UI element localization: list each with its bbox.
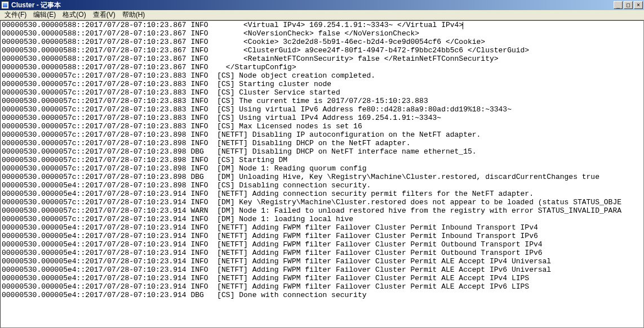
log-line: 00000530.0000057c::2017/07/28-07:10:23.8… <box>2 122 642 131</box>
log-line: 00000530.00000588::2017/07/28-07:10:23.8… <box>2 38 642 46</box>
log-line: 00000530.000005e4::2017/07/28-07:10:23.9… <box>2 240 642 249</box>
log-line: 00000530.00000588::2017/07/28-07:10:23.8… <box>2 29 642 38</box>
close-button[interactable]: × <box>634 1 643 9</box>
minimize-button[interactable]: _ <box>614 1 623 9</box>
log-line: 00000530.0000057c::2017/07/28-07:10:23.8… <box>2 71 642 80</box>
menu-format[interactable]: 格式(O) <box>59 10 89 20</box>
maximize-button[interactable]: □ <box>624 1 633 9</box>
log-line: 00000530.0000057c::2017/07/28-07:10:23.8… <box>2 164 642 173</box>
log-line: 00000530.0000057c::2017/07/28-07:10:23.8… <box>2 105 642 114</box>
log-line: 00000530.00000588::2017/07/28-07:10:23.8… <box>2 21 642 29</box>
log-line: 00000530.0000057c::2017/07/28-07:10:23.8… <box>2 139 642 147</box>
log-line: 00000530.0000057c::2017/07/28-07:10:23.8… <box>2 114 642 122</box>
log-line: 00000530.000005e4::2017/07/28-07:10:23.9… <box>2 266 642 274</box>
log-line: 00000530.000005e4::2017/07/28-07:10:23.9… <box>2 232 642 240</box>
log-line: 00000530.000005e4::2017/07/28-07:10:23.9… <box>2 291 642 299</box>
log-line: 00000530.000005e4::2017/07/28-07:10:23.9… <box>2 223 642 232</box>
text-cursor <box>463 22 463 29</box>
app-icon <box>1 1 9 9</box>
log-line: 00000530.0000057c::2017/07/28-07:10:23.8… <box>2 173 642 181</box>
log-line: 00000530.0000057c::2017/07/28-07:10:23.8… <box>2 97 642 105</box>
log-line: 00000530.000005e4::2017/07/28-07:10:23.9… <box>2 190 642 198</box>
log-line: 00000530.00000588::2017/07/28-07:10:23.8… <box>2 63 642 71</box>
menu-view[interactable]: 查看(V) <box>90 10 119 20</box>
menu-file[interactable]: 文件(F) <box>1 10 30 20</box>
log-line: 00000530.000005e4::2017/07/28-07:10:23.9… <box>2 274 642 282</box>
log-line: 00000530.00000588::2017/07/28-07:10:23.8… <box>2 55 642 63</box>
window-title: Cluster - 记事本 <box>11 1 61 10</box>
log-line: 00000530.0000057c::2017/07/28-07:10:23.9… <box>2 215 642 223</box>
menu-edit[interactable]: 编辑(E) <box>30 10 59 20</box>
log-line: 00000530.0000057c::2017/07/28-07:10:23.9… <box>2 206 642 215</box>
log-line: 00000530.000005e4::2017/07/28-07:10:23.8… <box>2 181 642 190</box>
log-line: 00000530.00000588::2017/07/28-07:10:23.8… <box>2 46 642 55</box>
menubar: 文件(F) 编辑(E) 格式(O) 查看(V) 帮助(H) <box>0 10 644 20</box>
log-line: 00000530.0000057c::2017/07/28-07:10:23.8… <box>2 147 642 156</box>
log-line: 00000530.0000057c::2017/07/28-07:10:23.8… <box>2 80 642 88</box>
log-line: 00000530.0000057c::2017/07/28-07:10:23.9… <box>2 198 642 206</box>
log-line: 00000530.0000057c::2017/07/28-07:10:23.8… <box>2 88 642 97</box>
log-line: 00000530.000005e4::2017/07/28-07:10:23.9… <box>2 282 642 291</box>
titlebar[interactable]: Cluster - 记事本 _ □ × <box>0 0 644 10</box>
log-line: 00000530.0000057c::2017/07/28-07:10:23.8… <box>2 156 642 164</box>
log-line: 00000530.0000057c::2017/07/28-07:10:23.8… <box>2 131 642 139</box>
log-line: 00000530.000005e4::2017/07/28-07:10:23.9… <box>2 257 642 266</box>
menu-help[interactable]: 帮助(H) <box>119 10 149 20</box>
text-area[interactable]: 00000530.00000588::2017/07/28-07:10:23.8… <box>0 20 644 328</box>
log-line: 00000530.000005e4::2017/07/28-07:10:23.9… <box>2 249 642 257</box>
